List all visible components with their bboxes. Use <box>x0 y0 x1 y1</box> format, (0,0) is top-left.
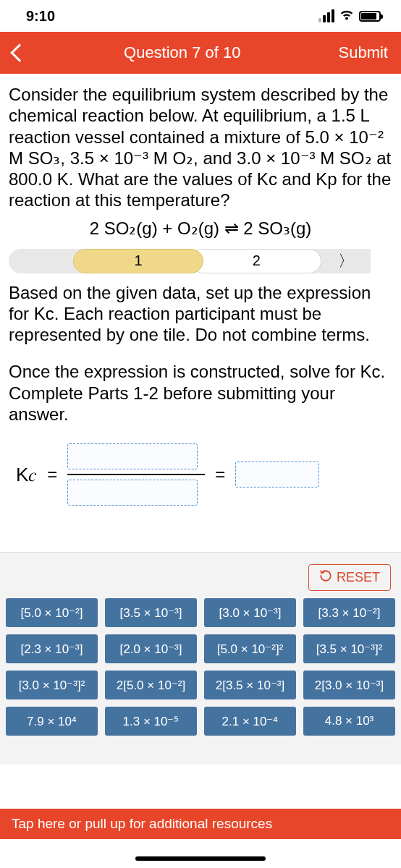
battery-icon <box>359 11 381 22</box>
question-prompt: Consider the equilibrium system describe… <box>9 84 392 211</box>
fraction-wrap <box>67 443 205 506</box>
reset-button[interactable]: RESET <box>308 564 391 591</box>
step-2-tab[interactable]: 2 <box>191 249 321 273</box>
clock: 9:10 <box>26 8 55 25</box>
result-slot[interactable] <box>235 461 319 488</box>
tile[interactable]: 4.8 × 10³ <box>303 707 395 736</box>
status-icons <box>318 9 381 24</box>
tile[interactable]: [3.5 × 10⁻³]² <box>303 634 395 663</box>
step-1-tab[interactable]: 1 <box>73 249 203 273</box>
reaction-equation: 2 SO₂(g) + O₂(g) ⇌ 2 SO₃(g) <box>9 218 392 239</box>
home-indicator[interactable] <box>135 856 266 861</box>
status-bar: 9:10 <box>0 0 401 32</box>
fraction-line <box>67 474 205 475</box>
resources-footer[interactable]: Tap here or pull up for additional resou… <box>0 809 401 839</box>
cellular-icon <box>318 9 334 22</box>
tile[interactable]: 2[3.0 × 10⁻³] <box>303 671 395 699</box>
tile[interactable]: 2[3.5 × 10⁻³] <box>204 671 296 699</box>
step-tabs: 1 2 〉 <box>9 249 392 273</box>
tile[interactable]: [3.0 × 10⁻³] <box>204 598 296 627</box>
denominator-slot[interactable] <box>67 480 198 506</box>
tile[interactable]: [3.0 × 10⁻³]² <box>6 671 98 699</box>
equals-1: = <box>47 464 57 485</box>
tile[interactable]: 7.9 × 10⁴ <box>6 707 98 736</box>
tiles-grid: [5.0 × 10⁻²] [3.5 × 10⁻³] [3.0 × 10⁻³] [… <box>6 598 395 736</box>
tile[interactable]: [2.3 × 10⁻³] <box>6 634 98 663</box>
tile[interactable]: 1.3 × 10⁻⁵ <box>105 707 197 736</box>
tile[interactable]: [2.0 × 10⁻³] <box>105 634 197 663</box>
tiles-panel: RESET [5.0 × 10⁻²] [3.5 × 10⁻³] [3.0 × 1… <box>0 552 401 765</box>
instruction-text-2: Once the expression is constructed, solv… <box>9 361 392 425</box>
reset-label: RESET <box>337 570 380 585</box>
tile[interactable]: 2[5.0 × 10⁻²] <box>105 671 197 699</box>
instruction-text-1: Based on the given data, set up the expr… <box>9 282 392 346</box>
kc-expression: K𝑐 = = <box>16 443 385 506</box>
numerator-slot[interactable] <box>67 443 198 469</box>
submit-button[interactable]: Submit <box>339 43 388 62</box>
kc-label: K𝑐 <box>16 464 37 486</box>
back-button[interactable] <box>13 46 26 59</box>
tile[interactable]: [5.0 × 10⁻²] <box>6 598 98 627</box>
tile[interactable]: 2.1 × 10⁻⁴ <box>204 707 296 736</box>
question-header: Question 7 of 10 Submit <box>0 32 401 74</box>
tile[interactable]: [3.3 × 10⁻²] <box>303 598 395 627</box>
wifi-icon <box>339 9 355 24</box>
tile[interactable]: [3.5 × 10⁻³] <box>105 598 197 627</box>
tile[interactable]: [5.0 × 10⁻²]² <box>204 634 296 663</box>
undo-icon <box>319 569 332 586</box>
question-counter: Question 7 of 10 <box>26 43 339 62</box>
equals-2: = <box>215 464 225 485</box>
